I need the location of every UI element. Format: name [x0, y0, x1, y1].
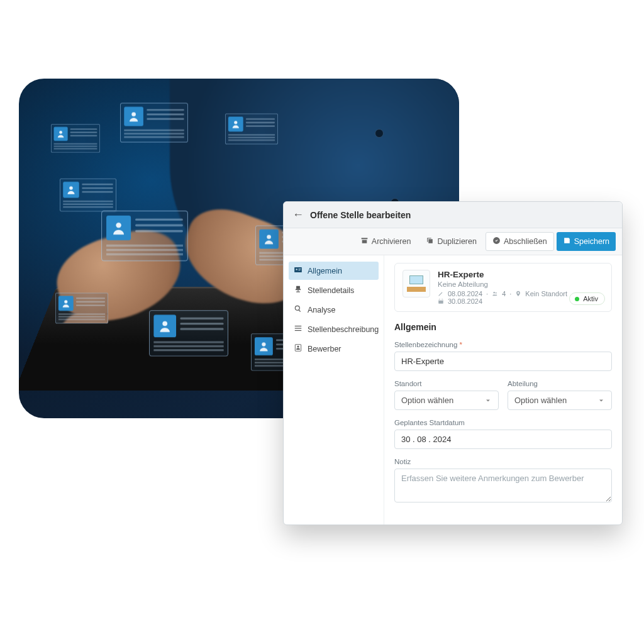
chevron-down-icon	[597, 397, 605, 404]
save-button[interactable]: Speichern	[557, 232, 616, 251]
location-label: Standort	[394, 380, 499, 387]
location-pin-icon	[515, 291, 521, 297]
job-title-input[interactable]	[394, 352, 612, 371]
sidebar-item-label: Bewerber	[308, 345, 341, 353]
magnifier-icon	[294, 304, 303, 315]
close-button[interactable]: Abschließen	[486, 232, 554, 251]
close-label: Abschließen	[504, 237, 547, 246]
calendar-icon	[438, 298, 444, 304]
summary-title: HR-Experte	[438, 270, 567, 279]
svg-rect-16	[297, 290, 298, 291]
svg-point-7	[162, 321, 167, 326]
planned-start-input[interactable]	[394, 430, 612, 449]
svg-point-11	[296, 269, 297, 270]
field-job-title: Stellenbezeichnung *	[394, 341, 612, 371]
summary-start-date: 30.08.2024	[448, 297, 482, 305]
field-planned-start: Geplantes Startdatum	[394, 419, 612, 449]
save-label: Speichern	[574, 237, 609, 246]
svg-rect-22	[295, 330, 302, 331]
field-department: Abteilung Option wählen	[508, 380, 612, 410]
sidebar-item-label: Stellendetails	[308, 286, 354, 295]
main-panel: HR-Experte Keine Abteilung 08.08.2024 · …	[384, 255, 622, 525]
status-dot-icon	[575, 297, 579, 301]
svg-rect-29	[440, 299, 440, 300]
copy-icon	[426, 236, 434, 247]
window-title: Offene Stelle bearbeiten	[310, 210, 411, 220]
summary-meta-row1: 08.08.2024 · 4 · Kein Standort	[438, 290, 567, 297]
sidebar-item-details[interactable]: Stellendetails	[289, 281, 379, 299]
svg-point-24	[297, 346, 299, 348]
archive-label: Archivieren	[372, 237, 411, 246]
position-summary: HR-Experte Keine Abteilung 08.08.2024 · …	[394, 263, 612, 312]
toolbar: Archivieren Duplizieren Abschließen Spei…	[284, 228, 622, 255]
department-select[interactable]: Option wählen	[508, 391, 612, 410]
svg-point-5	[267, 235, 271, 240]
department-placeholder: Option wählen	[514, 396, 567, 405]
svg-rect-12	[299, 269, 301, 269]
sidebar: Allgemein Stellendetails Analyse Stellen…	[284, 255, 384, 525]
summary-meta-row2: 30.08.2024	[438, 297, 567, 305]
svg-rect-30	[442, 299, 443, 300]
app-window: ← Offene Stelle bearbeiten Archivieren D…	[283, 201, 623, 525]
window-header: ← Offene Stelle bearbeiten	[284, 202, 622, 228]
checkmark-circle-icon	[492, 236, 501, 247]
archive-icon	[360, 236, 369, 247]
planned-start-label: Geplantes Startdatum	[394, 419, 612, 426]
svg-rect-20	[295, 326, 302, 326]
location-placeholder: Option wählen	[401, 396, 453, 405]
svg-point-2	[234, 121, 237, 124]
sidebar-item-label: Stellenbeschreibung	[308, 325, 379, 334]
sidebar-item-description[interactable]: Stellenbeschreibung	[289, 320, 379, 338]
svg-rect-23	[295, 345, 301, 352]
sidebar-item-label: Analyse	[308, 306, 335, 314]
department-label: Abteilung	[508, 380, 612, 387]
chair-icon	[294, 285, 303, 296]
location-select[interactable]: Option wählen	[394, 391, 499, 410]
job-title-label: Stellenbezeichnung *	[394, 341, 612, 348]
note-label: Notiz	[394, 458, 612, 465]
sidebar-item-applicants[interactable]: Bewerber	[289, 340, 379, 358]
section-title: Allgemein	[394, 322, 612, 332]
svg-rect-10	[294, 267, 302, 272]
svg-rect-17	[296, 292, 300, 292]
svg-point-8	[262, 342, 265, 346]
note-textarea[interactable]	[394, 469, 612, 502]
svg-point-25	[494, 292, 496, 294]
svg-point-4	[116, 223, 121, 228]
summary-location: Kein Standort	[525, 290, 567, 297]
svg-rect-15	[296, 289, 301, 290]
svg-rect-21	[295, 328, 302, 328]
svg-rect-28	[438, 299, 443, 301]
svg-rect-19	[298, 309, 301, 312]
field-note: Notiz	[394, 458, 612, 504]
archive-button[interactable]: Archivieren	[354, 232, 418, 251]
list-icon	[294, 324, 303, 335]
status-text: Aktiv	[583, 295, 598, 303]
pencil-icon	[438, 291, 444, 297]
summary-department: Keine Abteilung	[438, 280, 567, 288]
sidebar-item-analysis[interactable]: Analyse	[289, 301, 379, 319]
svg-rect-14	[296, 286, 300, 289]
sidebar-item-label: Allgemein	[308, 267, 342, 275]
summary-applicant-count: 4	[502, 290, 506, 297]
svg-point-0	[59, 131, 62, 134]
sidebar-item-general[interactable]: Allgemein	[289, 262, 379, 280]
save-icon	[563, 236, 571, 247]
chevron-down-icon	[484, 397, 492, 404]
svg-point-26	[496, 292, 497, 294]
field-location: Standort Option wählen	[394, 380, 499, 410]
svg-point-1	[131, 113, 136, 117]
svg-rect-13	[299, 270, 301, 270]
summary-created-date: 08.08.2024	[448, 290, 482, 297]
users-icon	[492, 291, 498, 297]
svg-point-3	[69, 186, 73, 190]
duplicate-button[interactable]: Duplizieren	[419, 232, 483, 251]
position-thumbnail	[402, 270, 430, 297]
duplicate-label: Duplizieren	[437, 237, 477, 246]
back-arrow-icon[interactable]: ←	[292, 208, 304, 221]
svg-point-6	[64, 300, 67, 303]
id-card-icon	[294, 265, 303, 276]
status-badge: Aktiv	[569, 292, 605, 305]
applicants-icon	[294, 343, 303, 354]
